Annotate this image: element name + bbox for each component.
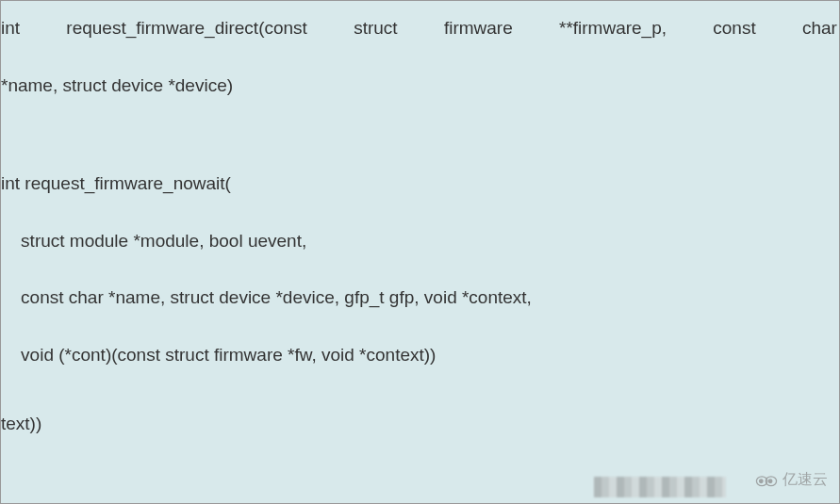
code-line-3: int request_firmware_nowait( xyxy=(1,171,839,197)
code-token: **firmware_p, xyxy=(559,16,667,41)
code-token: firmware xyxy=(444,16,513,41)
code-line-6: void (*cont)(const struct firmware *fw, … xyxy=(1,343,839,368)
pixel-blur-decoration xyxy=(594,477,726,497)
code-token: struct xyxy=(354,16,397,41)
watermark: 亿速云 xyxy=(754,470,828,490)
code-line-4: struct module *module, bool uevent, xyxy=(1,229,839,254)
code-line-2: *name, struct device *device) xyxy=(1,73,839,99)
svg-point-3 xyxy=(768,479,772,482)
svg-point-2 xyxy=(760,479,764,482)
code-token: int xyxy=(1,16,20,41)
cloud-icon xyxy=(754,472,779,489)
code-token: const xyxy=(713,16,755,41)
code-line-5: const char *name, struct device *device,… xyxy=(1,285,839,311)
watermark-text: 亿速云 xyxy=(782,470,828,490)
code-block: int request_firmware_direct(const struct… xyxy=(1,1,839,436)
code-line-1: int request_firmware_direct(const struct… xyxy=(1,1,839,41)
code-token: char xyxy=(802,16,837,41)
code-token: request_firmware_direct(const xyxy=(66,16,307,41)
code-line-7: text)) xyxy=(1,412,839,437)
